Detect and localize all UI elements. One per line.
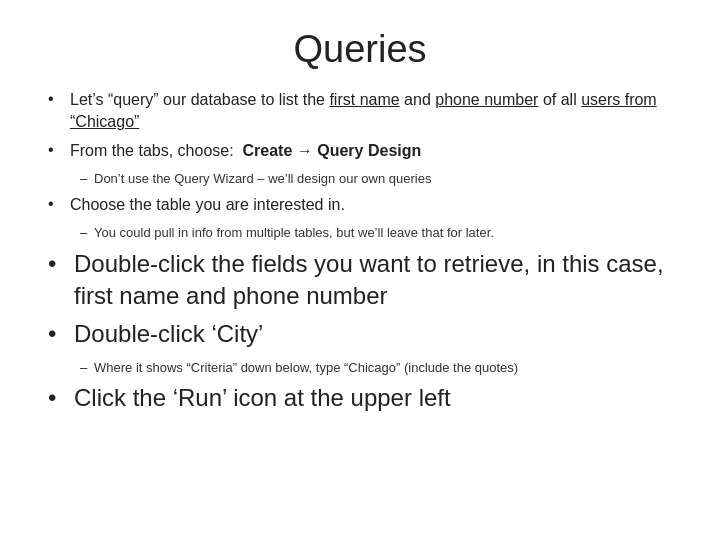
bullet-marker: • [48,140,70,159]
slide-title: Queries [48,28,672,71]
sub-bullet-3-1: – You could pull in info from multiple t… [80,224,672,242]
bullet-2-text: From the tabs, choose: Create → Query De… [70,140,672,162]
bullet-2: • From the tabs, choose: Create → Query … [48,140,672,162]
bullet-4-text: Double-click the fields you want to retr… [74,248,672,313]
slide-content: • Let’s “query” our database to list the… [48,89,672,512]
bullet-6-text: Click the ‘Run’ icon at the upper left [74,382,672,414]
sub-bullet-3-1-text: You could pull in info from multiple tab… [94,224,672,242]
bullet-5: • Double-click ‘City’ [48,318,672,350]
sub-bullet-2-1-text: Don’t use the Query Wizard – we’ll desig… [94,170,672,188]
bullet-6: • Click the ‘Run’ icon at the upper left [48,382,672,414]
sub-bullet-2-1: – Don’t use the Query Wizard – we’ll des… [80,170,672,188]
bullet-marker: • [48,248,74,278]
bullet-marker: • [48,194,70,213]
sub-bullet-dash: – [80,224,94,240]
bullet-4: • Double-click the fields you want to re… [48,248,672,313]
bullet-5-text: Double-click ‘City’ [74,318,672,350]
bullet-3-text: Choose the table you are interested in. [70,194,672,216]
bullet-3: • Choose the table you are interested in… [48,194,672,216]
bullet-marker: • [48,382,74,412]
bullet-1: • Let’s “query” our database to list the… [48,89,672,134]
bullet-marker: • [48,318,74,348]
sub-bullet-5-1: – Where it shows “Criteria” down below, … [80,359,672,377]
sub-bullet-dash: – [80,170,94,186]
slide: Queries • Let’s “query” our database to … [0,0,720,540]
sub-bullet-dash: – [80,359,94,375]
bullet-marker: • [48,89,70,108]
sub-bullet-5-1-text: Where it shows “Criteria” down below, ty… [94,359,672,377]
bullet-1-text: Let’s “query” our database to list the f… [70,89,672,134]
